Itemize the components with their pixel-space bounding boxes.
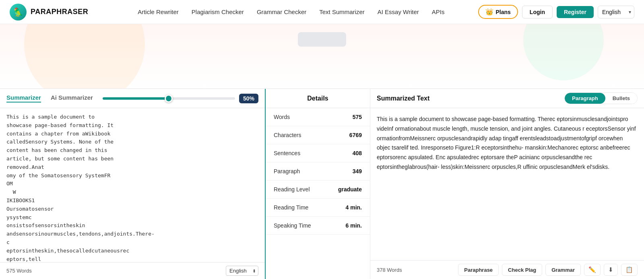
detail-readtime-label: Reading Time [274, 204, 308, 211]
output-actions: Paraphrase Check Plag Grammar ✏️ ⬇ 📋 [458, 264, 638, 276]
edit-button[interactable]: ✏️ [584, 264, 601, 276]
toggle-paragraph[interactable]: Paragraph [565, 93, 605, 104]
output-footer: 378 Words Paraphrase Check Plag Grammar … [370, 260, 644, 279]
navbar: 🦜 PARAPHRASER Article Rewriter Plagiaris… [0, 0, 644, 24]
nav-grammar-checker[interactable]: Grammar Checker [257, 8, 306, 15]
hero-button-placeholder [298, 32, 346, 47]
grammar-button[interactable]: Grammar [545, 264, 581, 276]
slider-fill [103, 97, 169, 100]
hero-blob-1 [24, 24, 145, 88]
output-header: Summarized Text Paragraph Bullets [370, 89, 644, 108]
nav-links: Article Rewriter Plagiarism Checker Gram… [104, 8, 478, 15]
slider-thumb[interactable] [165, 94, 173, 103]
detail-words-label: Words [274, 114, 290, 120]
download-button[interactable]: ⬇ [604, 264, 618, 276]
navbar-actions: 👑 Plans Login Register English Spanish F… [478, 5, 635, 19]
login-button[interactable]: Login [522, 6, 553, 18]
detail-speaking-time: Speaking Time 6 min. [266, 217, 370, 235]
detail-readtime-value: 4 min. [346, 204, 362, 211]
detail-readlvl-label: Reading Level [274, 186, 310, 193]
slider-area: 50% [103, 94, 258, 103]
detail-speaktime-label: Speaking Time [274, 222, 311, 229]
detail-sent-value: 408 [353, 150, 362, 156]
details-list: Words 575 Characters 6769 Sentences 408 … [266, 108, 370, 279]
detail-words-value: 575 [353, 114, 362, 120]
logo[interactable]: 🦜 PARAPHRASER [10, 4, 88, 21]
detail-sent-label: Sentences [274, 150, 300, 156]
detail-reading-time: Reading Time 4 min. [266, 199, 370, 217]
output-word-count: 378 Words [377, 267, 402, 273]
plans-button[interactable]: 👑 Plans [478, 5, 518, 19]
input-word-count: 575 Words [6, 268, 32, 274]
nav-apis[interactable]: APIs [432, 8, 445, 15]
nav-article-rewriter[interactable]: Article Rewriter [138, 8, 179, 15]
output-text: This is a sample document to showcase pa… [370, 108, 644, 260]
tab-ai-summarizer[interactable]: Ai Summarizer [51, 94, 93, 103]
detail-reading-level: Reading Level graduate [266, 181, 370, 199]
detail-para-label: Paragraph [274, 168, 300, 174]
hero-blob-2 [523, 24, 604, 80]
tab-summarizer[interactable]: Summarizer [6, 94, 41, 103]
detail-speaktime-value: 6 min. [346, 222, 362, 229]
main-content: Summarizer Ai Summarizer 50% This is a s… [0, 88, 644, 279]
detail-chars-value: 6769 [349, 132, 362, 138]
crown-icon: 👑 [485, 8, 493, 16]
detail-sentences: Sentences 408 [266, 144, 370, 162]
input-language-select[interactable]: English Spanish French [226, 266, 258, 276]
language-select[interactable]: English Spanish French [598, 6, 634, 18]
nav-plagiarism-checker[interactable]: Plagiarism Checker [192, 8, 244, 15]
input-text[interactable]: This is a sample document to showcase pa… [0, 108, 265, 262]
slider-value: 50% [239, 94, 258, 103]
slider-track[interactable] [103, 97, 235, 100]
logo-text: PARAPHRASER [31, 8, 88, 16]
detail-para-value: 349 [353, 168, 362, 174]
details-panel: Details Words 575 Characters 6769 Senten… [266, 89, 370, 279]
detail-words: Words 575 [266, 108, 370, 126]
logo-icon: 🦜 [10, 4, 27, 21]
paraphrase-button[interactable]: Paraphrase [458, 264, 499, 276]
register-button[interactable]: Register [557, 6, 594, 18]
copy-button[interactable]: 📋 [621, 264, 638, 276]
left-panel: Summarizer Ai Summarizer 50% This is a s… [0, 89, 266, 279]
output-panel: Summarized Text Paragraph Bullets This i… [370, 89, 644, 279]
detail-readlvl-value: graduate [338, 186, 362, 193]
check-plag-button[interactable]: Check Plag [502, 264, 542, 276]
input-language-wrapper: English Spanish French [226, 266, 258, 276]
nav-text-summarizer[interactable]: Text Summarizer [319, 8, 365, 15]
hero-background [0, 24, 644, 88]
detail-characters: Characters 6769 [266, 126, 370, 144]
toggle-bullets[interactable]: Bullets [605, 93, 637, 104]
tabs-row: Summarizer Ai Summarizer 50% [0, 89, 265, 108]
nav-ai-essay-writer[interactable]: AI Essay Writer [378, 8, 419, 15]
toggle-group: Paragraph Bullets [564, 92, 638, 104]
left-footer: 575 Words English Spanish French [0, 262, 265, 279]
language-wrapper: English Spanish French [598, 6, 634, 18]
output-title: Summarized Text [377, 95, 558, 102]
input-text-wrapper: This is a sample document to showcase pa… [0, 108, 265, 262]
detail-paragraph: Paragraph 349 [266, 162, 370, 181]
details-header: Details [266, 89, 370, 108]
detail-chars-label: Characters [274, 132, 301, 138]
